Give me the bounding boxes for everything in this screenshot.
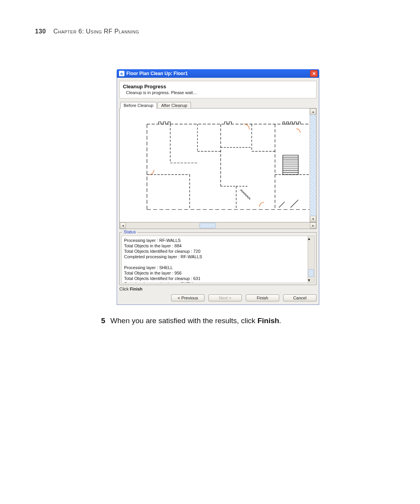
tab-before-cleanup[interactable]: Before Cleanup (120, 102, 157, 108)
scroll-up-icon[interactable]: ▴ (310, 108, 316, 115)
scroll-right-icon[interactable]: ▸ (310, 222, 316, 229)
title-bar[interactable]: ⎋ Floor Plan Clean Up: Floor1 ✕ (117, 69, 319, 78)
previous-button[interactable]: < Previous (171, 294, 205, 301)
step-number: 5 (101, 317, 105, 325)
page-number: 130 (35, 28, 46, 35)
step-text-bold: Finish (257, 317, 279, 325)
document-page: 130 Chapter 6: Using RF Planning ⎋ Floor… (0, 0, 420, 504)
scroll-down-icon[interactable]: ▾ (308, 278, 314, 283)
progress-subheading: Cleanup is in progress. Please wait… (126, 90, 313, 95)
floorplan-drawing (120, 108, 310, 222)
status-vertical-scrollbar[interactable]: ▴ ▾ (308, 236, 314, 283)
step-text-after: . (279, 317, 281, 325)
step-text-before: When you are satisfied with the results,… (110, 317, 257, 325)
scroll-up-icon[interactable]: ▴ (308, 236, 314, 241)
scroll-left-icon[interactable]: ◂ (120, 222, 126, 229)
scroll-track[interactable] (310, 115, 316, 216)
finish-button[interactable]: Finish (246, 294, 279, 301)
close-button[interactable]: ✕ (310, 70, 318, 77)
instruction-bold: Finish (130, 287, 142, 291)
tab-after-cleanup[interactable]: After Cleanup (158, 102, 191, 108)
dialog-window: ⎋ Floor Plan Clean Up: Floor1 ✕ Cleanup … (117, 69, 319, 305)
status-legend: Status (122, 229, 137, 234)
status-log: Processing layer : RF-WALLS Total Object… (122, 236, 314, 283)
tab-bar: Before Cleanup After Cleanup (120, 102, 317, 108)
wizard-button-row: < Previous Next > Finish Cancel (119, 294, 317, 301)
status-fieldset: Status Processing layer : RF-WALLS Total… (119, 232, 317, 285)
app-icon: ⎋ (119, 71, 124, 76)
chapter-title: Chapter 6: Using RF Planning (53, 28, 139, 35)
scroll-track[interactable] (126, 222, 310, 229)
canvas-vertical-scrollbar[interactable]: ▴ ▾ (310, 108, 316, 222)
page-header: 130 Chapter 6: Using RF Planning (35, 28, 385, 35)
scroll-thumb[interactable] (308, 269, 314, 277)
scroll-down-icon[interactable]: ▾ (310, 216, 316, 222)
close-icon: ✕ (312, 71, 316, 76)
next-button: Next > (208, 294, 242, 301)
cancel-button[interactable]: Cancel (283, 294, 317, 301)
instruction-text: Click Finish (119, 287, 317, 291)
status-textbox[interactable]: Processing layer : RF-WALLS Total Object… (121, 236, 315, 283)
heading-panel: Cleanup Progress Cleanup is in progress.… (119, 81, 317, 98)
dialog-body: Cleanup Progress Cleanup is in progress.… (117, 78, 319, 305)
instruction-prefix: Click (119, 287, 130, 291)
canvas-horizontal-scrollbar[interactable]: ◂ ▸ (119, 222, 317, 229)
window-title: Floor Plan Clean Up: Floor1 (126, 71, 310, 76)
floorplan-canvas[interactable]: ▴ ▾ (119, 108, 317, 222)
scroll-track[interactable] (308, 241, 314, 278)
document-step-5: 5 When you are satisfied with the result… (101, 317, 385, 325)
progress-heading: Cleanup Progress (123, 84, 313, 89)
scroll-thumb[interactable] (200, 223, 216, 228)
